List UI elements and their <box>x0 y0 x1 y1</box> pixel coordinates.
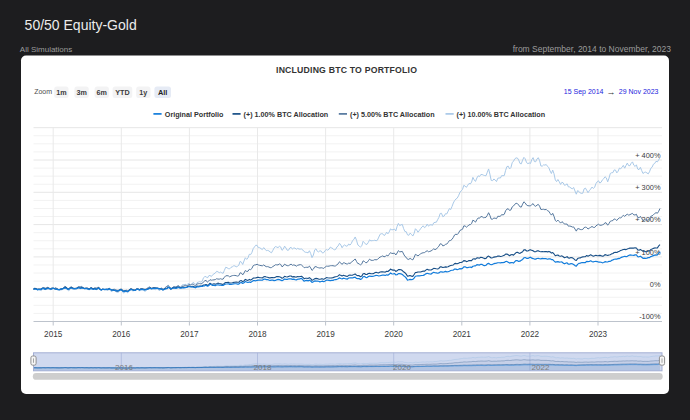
svg-text:50/50 Equity-Gold: 50/50 Equity-Gold <box>25 17 137 33</box>
svg-text:2022: 2022 <box>521 330 540 339</box>
svg-text:6m: 6m <box>97 88 107 97</box>
svg-text:2020: 2020 <box>385 330 404 339</box>
svg-text:(+) 1.00% BTC Allocation: (+) 1.00% BTC Allocation <box>244 110 329 119</box>
svg-text:+ 400%: + 400% <box>635 151 661 160</box>
svg-text:29 Nov 2023: 29 Nov 2023 <box>619 88 659 95</box>
svg-text:2018: 2018 <box>248 330 267 339</box>
svg-text:1m: 1m <box>56 88 66 97</box>
svg-text:2016: 2016 <box>112 330 131 339</box>
svg-text:Original Portfolio: Original Portfolio <box>165 110 224 119</box>
svg-text:(+) 10.00% BTC Allocation: (+) 10.00% BTC Allocation <box>457 110 546 119</box>
svg-text:1y: 1y <box>139 88 147 97</box>
svg-text:+ 300%: + 300% <box>635 183 661 192</box>
svg-text:YTD: YTD <box>115 88 129 97</box>
svg-text:0%: 0% <box>650 280 661 289</box>
svg-text:INCLUDING BTC TO PORTFOLIO: INCLUDING BTC TO PORTFOLIO <box>276 65 417 75</box>
svg-text:-100%: -100% <box>639 312 661 321</box>
svg-text:2020: 2020 <box>393 363 411 372</box>
svg-text:2015: 2015 <box>44 330 63 339</box>
svg-text:2021: 2021 <box>453 330 472 339</box>
svg-text:2019: 2019 <box>316 330 335 339</box>
svg-text:2017: 2017 <box>180 330 199 339</box>
svg-text:2016: 2016 <box>115 363 133 372</box>
svg-text:(+) 5.00% BTC Allocation: (+) 5.00% BTC Allocation <box>350 110 435 119</box>
svg-text:2022: 2022 <box>532 363 550 372</box>
svg-text:from September, 2014 to Novemb: from September, 2014 to November, 2023 <box>513 44 672 54</box>
svg-text:→: → <box>607 87 616 97</box>
svg-text:All Simulations: All Simulations <box>20 45 72 54</box>
svg-text:2018: 2018 <box>254 363 272 372</box>
svg-text:3m: 3m <box>76 88 86 97</box>
svg-text:2023: 2023 <box>589 330 608 339</box>
svg-text:All: All <box>158 88 167 97</box>
svg-text:Zoom: Zoom <box>34 88 52 95</box>
svg-text:15 Sep 2014: 15 Sep 2014 <box>564 88 604 96</box>
